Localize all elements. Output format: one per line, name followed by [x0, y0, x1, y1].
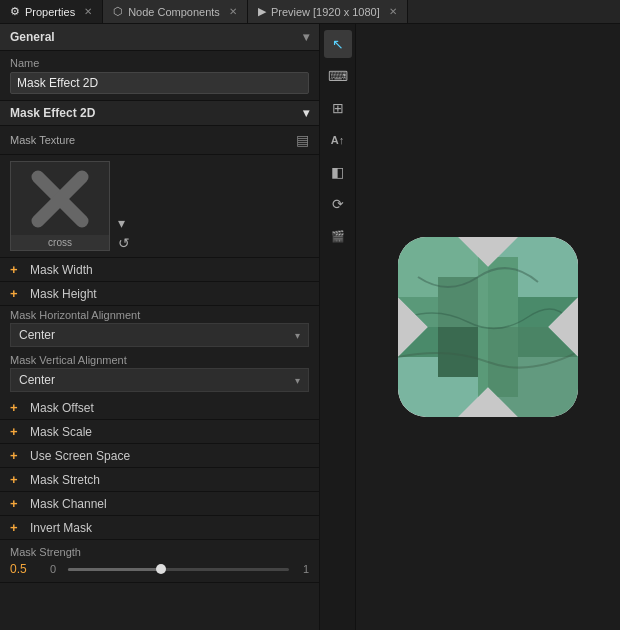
name-value[interactable]: Mask Effect 2D [10, 72, 309, 94]
invert-mask-label: Invert Mask [30, 521, 92, 535]
mask-width-plus-icon[interactable]: + [10, 262, 24, 277]
texture-name: cross [48, 235, 72, 250]
horizontal-alignment-chevron-icon: ▾ [295, 330, 300, 341]
slider-thumb[interactable] [156, 564, 166, 574]
tab-preview-close[interactable]: ✕ [389, 6, 397, 17]
tab-node-components-label: Node Components [128, 6, 220, 18]
mask-effect-chevron-icon: ▾ [303, 106, 309, 120]
mask-height-plus-icon[interactable]: + [10, 286, 24, 301]
main-layout: General ▾ Name Mask Effect 2D Mask Effec… [0, 24, 620, 630]
preview-mask-svg [398, 237, 578, 417]
left-toolbar: ↖ ⌨ ⊞ A↑ ◧ ⟳ 🎬 [320, 24, 356, 630]
texture-dropdown-icon[interactable]: ▾ [118, 215, 130, 231]
mask-horizontal-alignment-dropdown[interactable]: Center ▾ [10, 323, 309, 347]
tab-properties[interactable]: ⚙ Properties ✕ [0, 0, 103, 23]
tool-layers-button[interactable]: ◧ [324, 158, 352, 186]
mask-texture-label: Mask Texture [10, 134, 75, 146]
tool-camera-button[interactable]: 🎬 [324, 222, 352, 250]
tab-preview-label: Preview [1920 x 1080] [271, 6, 380, 18]
use-screen-space-plus-icon[interactable]: + [10, 448, 24, 463]
prop-row-mask-scale[interactable]: + Mask Scale [0, 420, 319, 444]
right-content: ↖ ⌨ ⊞ A↑ ◧ ⟳ 🎬 [320, 24, 620, 630]
mask-strength-row: Mask Strength 0.5 0 1 [0, 540, 319, 583]
mask-horizontal-alignment-row: Mask Horizontal Alignment Center ▾ [0, 306, 319, 351]
texture-actions: ▾ ↺ [118, 215, 130, 251]
mask-effect-section-title: Mask Effect 2D [10, 106, 95, 120]
tab-node-components[interactable]: ⬡ Node Components ✕ [103, 0, 248, 23]
keyboard-icon: ⌨ [328, 68, 348, 84]
slider-track[interactable] [68, 568, 289, 571]
preview-area [356, 24, 620, 630]
preview-play-icon: ▶ [258, 5, 266, 18]
prop-row-invert-mask[interactable]: + Invert Mask [0, 516, 319, 540]
slider-control: 0.5 0 1 [10, 562, 309, 576]
slider-value[interactable]: 0.5 [10, 562, 38, 576]
invert-mask-plus-icon[interactable]: + [10, 520, 24, 535]
general-chevron-icon: ▾ [303, 30, 309, 44]
tool-keyboard-button[interactable]: ⌨ [324, 62, 352, 90]
general-section-title: General [10, 30, 55, 44]
tool-text-button[interactable]: A↑ [324, 126, 352, 154]
prop-row-mask-stretch[interactable]: + Mask Stretch [0, 468, 319, 492]
tab-node-components-close[interactable]: ✕ [229, 6, 237, 17]
tab-properties-label: Properties [25, 6, 75, 18]
slider-fill [68, 568, 161, 571]
tool-grid-button[interactable]: ⊞ [324, 94, 352, 122]
texture-box[interactable]: cross [10, 161, 110, 251]
vertical-alignment-chevron-icon: ▾ [295, 375, 300, 386]
mask-height-label: Mask Height [30, 287, 97, 301]
mask-stretch-plus-icon[interactable]: + [10, 472, 24, 487]
prop-row-use-screen-space[interactable]: + Use Screen Space [0, 444, 319, 468]
prop-row-mask-height[interactable]: + Mask Height [0, 282, 319, 306]
right-panel: ↖ ⌨ ⊞ A↑ ◧ ⟳ 🎬 [320, 24, 620, 630]
mask-vertical-alignment-dropdown[interactable]: Center ▾ [10, 368, 309, 392]
mask-horizontal-alignment-value: Center [19, 328, 55, 342]
preview-image-container [398, 237, 578, 417]
mask-offset-label: Mask Offset [30, 401, 94, 415]
name-row: Name Mask Effect 2D [0, 51, 319, 101]
texture-box-inner [11, 162, 109, 235]
mask-vertical-alignment-value: Center [19, 373, 55, 387]
prop-row-mask-width[interactable]: + Mask Width [0, 258, 319, 282]
mask-scale-label: Mask Scale [30, 425, 92, 439]
mask-texture-row: Mask Texture ▤ [0, 126, 319, 155]
mask-channel-label: Mask Channel [30, 497, 107, 511]
prop-row-mask-channel[interactable]: + Mask Channel [0, 492, 319, 516]
use-screen-space-label: Use Screen Space [30, 449, 130, 463]
text-icon: A↑ [331, 134, 344, 146]
camera-icon: 🎬 [331, 230, 345, 243]
tool-cursor-button[interactable]: ↖ [324, 30, 352, 58]
prop-row-mask-offset[interactable]: + Mask Offset [0, 396, 319, 420]
node-components-icon: ⬡ [113, 5, 123, 18]
tab-preview[interactable]: ▶ Preview [1920 x 1080] ✕ [248, 0, 408, 23]
mask-strength-label: Mask Strength [10, 546, 309, 558]
mask-stretch-label: Mask Stretch [30, 473, 100, 487]
texture-refresh-icon[interactable]: ↺ [118, 235, 130, 251]
layers-icon: ◧ [331, 164, 344, 180]
mask-channel-plus-icon[interactable]: + [10, 496, 24, 511]
slider-min: 0 [44, 563, 62, 575]
general-section-header[interactable]: General ▾ [0, 24, 319, 51]
properties-panel: General ▾ Name Mask Effect 2D Mask Effec… [0, 24, 320, 630]
tab-properties-close[interactable]: ✕ [84, 6, 92, 17]
cross-svg-icon [30, 169, 90, 229]
mask-horizontal-alignment-label: Mask Horizontal Alignment [10, 309, 309, 321]
grid-icon: ⊞ [332, 100, 344, 116]
slider-max: 1 [295, 563, 309, 575]
mask-effect-section-header[interactable]: Mask Effect 2D ▾ [0, 101, 319, 126]
mask-offset-plus-icon[interactable]: + [10, 400, 24, 415]
mask-vertical-alignment-label: Mask Vertical Alignment [10, 354, 309, 366]
mask-width-label: Mask Width [30, 263, 93, 277]
properties-icon: ⚙ [10, 5, 20, 18]
tab-bar: ⚙ Properties ✕ ⬡ Node Components ✕ ▶ Pre… [0, 0, 620, 24]
cursor-icon: ↖ [332, 36, 344, 52]
name-label: Name [10, 57, 309, 69]
texture-preview-container: cross ▾ ↺ [0, 155, 319, 258]
mask-vertical-alignment-row: Mask Vertical Alignment Center ▾ [0, 351, 319, 396]
mask-scale-plus-icon[interactable]: + [10, 424, 24, 439]
tool-connect-button[interactable]: ⟳ [324, 190, 352, 218]
mask-texture-icon: ▤ [296, 132, 309, 148]
connect-icon: ⟳ [332, 196, 344, 212]
